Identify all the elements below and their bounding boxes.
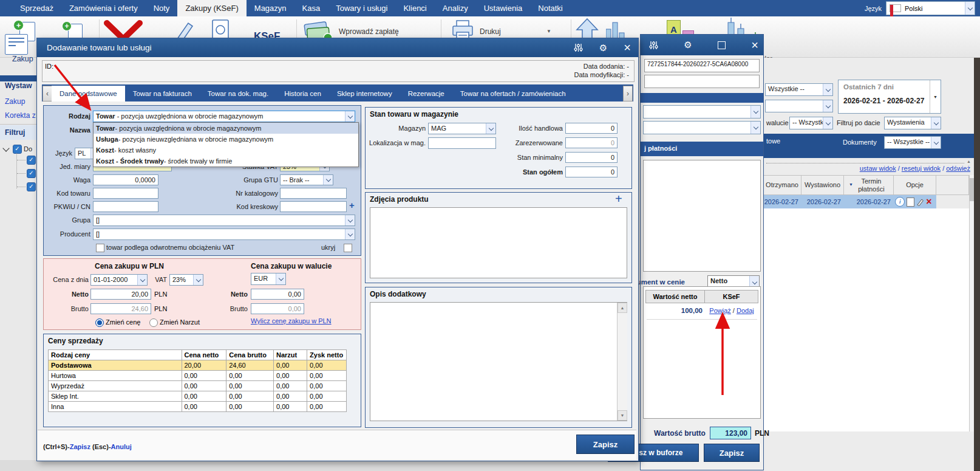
- menu-item-klienci[interactable]: Klienci: [395, 0, 434, 16]
- rodzaj-option-koszt[interactable]: Koszt - koszt własny: [94, 145, 358, 156]
- date-dropdown-icon[interactable]: ▼: [930, 80, 941, 113]
- zakup-doc-icon[interactable]: [5, 34, 28, 55]
- column-header-wystawiono[interactable]: Wystawiono: [801, 175, 844, 195]
- menu-item-sprzedaz[interactable]: Sprzedaż: [12, 0, 61, 16]
- reset-view-link[interactable]: resetuj widok: [902, 165, 941, 172]
- waga-field[interactable]: 0,0000: [93, 174, 158, 185]
- edit-pencil-icon[interactable]: [916, 198, 924, 206]
- description-scrollbar[interactable]: ▲ ▼: [617, 303, 627, 421]
- vat-dropdown[interactable]: 23%: [169, 274, 203, 286]
- walucie-dropdown[interactable]: -- Wszystkie -: [789, 117, 833, 129]
- chevron-down-icon[interactable]: [823, 117, 832, 129]
- tree-root-label[interactable]: Do: [24, 145, 32, 153]
- chevron-down-icon[interactable]: [193, 275, 203, 285]
- currency-dropdown[interactable]: EUR: [251, 273, 286, 285]
- producent-dropdown[interactable]: []: [93, 229, 355, 240]
- info-icon[interactable]: i: [895, 197, 905, 207]
- nr-katalogowy-field[interactable]: [280, 188, 347, 199]
- ilosc-field[interactable]: 0: [565, 123, 618, 134]
- sales-row-sklep-int[interactable]: Sklep Int.0,00 0,000,000,00: [49, 391, 347, 402]
- dodaj-link[interactable]: Dodaj: [737, 307, 754, 314]
- sales-row-inna[interactable]: Inna0,00 0,000,000,00: [49, 402, 347, 412]
- description-textarea[interactable]: [370, 302, 627, 421]
- chevron-down-icon[interactable]: [486, 123, 495, 134]
- chevron-down-icon[interactable]: [931, 137, 941, 148]
- grupa-gtu-dropdown[interactable]: -- Brak --: [280, 174, 333, 185]
- rodzaj-combobox[interactable]: Towar - pozycja uwzględniona w obrocie m…: [93, 111, 355, 122]
- chevron-down-icon[interactable]: [931, 117, 941, 129]
- date-filter-dropdown[interactable]: Wystawienia: [884, 117, 941, 129]
- tree-expand-icon[interactable]: [2, 145, 9, 151]
- fx-netto-field[interactable]: 0,00: [251, 289, 304, 300]
- change-price-radio[interactable]: [95, 318, 104, 327]
- language-select[interactable]: Polski: [886, 1, 975, 15]
- column-header-otrzymano[interactable]: Otrzymano: [763, 175, 801, 195]
- tab-sklep-internetowy[interactable]: Sklep internetowy: [329, 86, 400, 101]
- calc-pln-link[interactable]: Wylicz cenę zakupu w PLN: [251, 317, 332, 325]
- reverse-vat-checkbox[interactable]: [96, 244, 104, 252]
- lokalizacja-field[interactable]: [428, 137, 496, 149]
- dialog-titlebar[interactable]: Dodawanie towaru lub usługi: [37, 38, 638, 57]
- stan-min-field[interactable]: 0: [565, 152, 618, 163]
- close-icon[interactable]: ×: [624, 41, 631, 55]
- menu-item-zakupy-ksef[interactable]: Zakupy (KSeF): [177, 0, 246, 16]
- menu-item-towary[interactable]: Towary i usługi: [328, 0, 395, 16]
- menu-item-magazyn[interactable]: Magazyn: [247, 0, 294, 16]
- rodzaj-option-usluga[interactable]: Usługa - pozycja nieuwzględniana w obroc…: [94, 134, 358, 145]
- tab-dane-podstawowe[interactable]: Dane podstawowe: [52, 86, 125, 101]
- netto-field[interactable]: 20,00: [90, 289, 151, 300]
- pkwiu-field[interactable]: [93, 201, 158, 212]
- table-row-cell[interactable]: 2026-02-27: [763, 195, 801, 208]
- kod-towaru-field[interactable]: [93, 188, 158, 199]
- add-photo-button[interactable]: +: [615, 192, 622, 206]
- set-view-link[interactable]: ustaw widok: [860, 165, 896, 172]
- filter-sliders-icon[interactable]: [574, 43, 583, 52]
- table-row-cell[interactable]: 2026-02-27: [801, 195, 844, 208]
- menu-item-noty[interactable]: Noty: [146, 0, 178, 16]
- print-label[interactable]: Drukuj: [480, 27, 501, 36]
- enter-payment-label[interactable]: Wprowadź zapłatę: [339, 27, 399, 36]
- filter-all-dropdown[interactable]: Wszystkie --: [765, 83, 833, 96]
- note-icon[interactable]: [907, 198, 914, 207]
- rodzaj-option-srodek-trwaly[interactable]: Koszt - Środek trwały - środek trwały w …: [94, 156, 358, 167]
- tab-towar-na-dok-mag[interactable]: Towar na dok. mag.: [200, 86, 276, 101]
- tab-historia-cen[interactable]: Historia cen: [276, 86, 329, 101]
- sales-row-hurtowa[interactable]: Hurtowa0,00 0,000,000,00: [49, 371, 347, 381]
- scroll-up-icon[interactable]: ▲: [618, 303, 627, 313]
- tree-child-checkbox[interactable]: ✓: [27, 169, 36, 178]
- menu-item-notatki[interactable]: Notatki: [530, 0, 570, 16]
- tree-root-checkbox[interactable]: ✓: [13, 145, 22, 154]
- column-header-termin[interactable]: ▼ Termin płatności: [844, 175, 894, 195]
- print-dropdown-icon[interactable]: ▼: [546, 29, 551, 34]
- chevron-down-icon[interactable]: [345, 229, 355, 239]
- sales-row-podstawowa[interactable]: Podstawowa20,00 24,600,000,00: [49, 360, 347, 371]
- col-header-wartosc-netto[interactable]: Wartość netto: [645, 290, 705, 303]
- dokumenty-dropdown[interactable]: -- Wszystkie --: [884, 136, 941, 149]
- tree-child-checkbox[interactable]: ✓: [27, 182, 36, 191]
- bg-dropdown-2[interactable]: [643, 121, 761, 134]
- powiaz-link[interactable]: Powiąż: [709, 307, 730, 314]
- chevron-down-icon[interactable]: [965, 2, 975, 15]
- ksef-number-field[interactable]: 7272517844-20260227-5CA6A08000: [644, 59, 760, 72]
- collapse-icon[interactable]: ▲: [967, 159, 971, 163]
- bg-save-button[interactable]: Zapisz: [704, 444, 760, 462]
- sales-row-wyprzedaz[interactable]: Wyprzedaż0,00 0,000,000,00: [49, 381, 347, 391]
- delete-icon[interactable]: ×: [926, 198, 931, 206]
- maximize-icon[interactable]: [718, 41, 726, 49]
- chevron-down-icon[interactable]: [823, 84, 832, 95]
- tab-towar-na-ofertach[interactable]: Towar na ofertach / zamówieniach: [452, 86, 574, 101]
- tab-scroll-left[interactable]: ‹: [43, 86, 52, 101]
- chevron-down-icon[interactable]: [750, 122, 760, 134]
- table-row-cell[interactable]: 2026-02-27: [844, 195, 894, 208]
- tree-child-checkbox[interactable]: ✓: [27, 156, 36, 165]
- chevron-down-icon[interactable]: [823, 100, 832, 112]
- column-header-opcje[interactable]: Opcje: [894, 175, 936, 195]
- menu-item-kasa[interactable]: Kasa: [294, 0, 328, 16]
- bg-dropdown-1[interactable]: [643, 105, 761, 119]
- gear-icon[interactable]: ⚙: [599, 43, 607, 53]
- sidebar-link-korekta[interactable]: Korekta z: [5, 111, 36, 120]
- empty-field[interactable]: [644, 75, 760, 88]
- col-zysk-netto[interactable]: Zysk netto: [307, 350, 347, 360]
- chevron-down-icon[interactable]: [276, 273, 285, 284]
- sidebar-link-zakup[interactable]: Zakup: [5, 97, 25, 106]
